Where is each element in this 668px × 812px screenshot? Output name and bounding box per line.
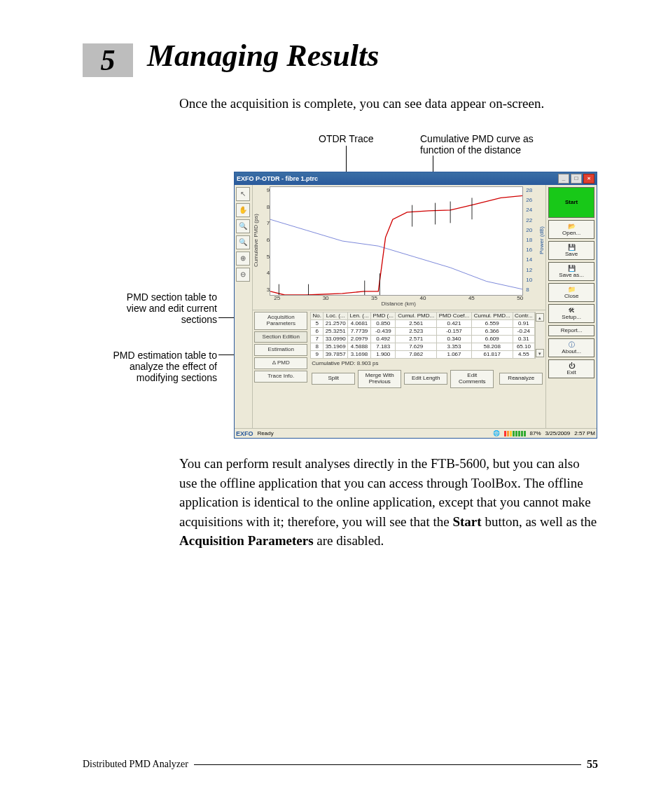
- table-header-row: No.Loc. (...Len. (...PMD (...Cumul. PMD.…: [311, 312, 535, 320]
- exit-button[interactable]: ⏻Exit: [548, 359, 594, 378]
- section-markers: [279, 198, 473, 295]
- zoom-region-icon[interactable]: 🔍: [236, 219, 250, 233]
- annotation-cum-curve-l1: Cumulative PMD curve as: [420, 133, 534, 146]
- y-ticks: 9876543: [260, 185, 270, 296]
- annotation-section-table-l2: view and edit current: [105, 303, 217, 315]
- report-button[interactable]: Report...: [548, 325, 594, 336]
- scroll-down-icon[interactable]: ▾: [536, 349, 544, 357]
- zoom-in-icon[interactable]: ⊕: [236, 252, 250, 266]
- status-date: 3/25/2009: [545, 431, 571, 436]
- status-bar: EXFO Ready 🌐 87% 3/25/2009 2:57 PM: [235, 428, 597, 439]
- chart-plot[interactable]: [270, 186, 523, 296]
- annotation-cum-curve-l2: function of the distance: [420, 144, 521, 157]
- annotation-section-table-l3: sections: [105, 314, 217, 326]
- open-button[interactable]: 📂Open...: [548, 220, 594, 239]
- save-icon: 💾: [567, 244, 576, 251]
- left-toolbar: ↖ ✋ 🔍 🔍 ⊕ ⊖: [235, 185, 253, 428]
- outro-paragraph: You can perform result analyses directly…: [179, 454, 598, 551]
- tab-acquisition-parameters[interactable]: AcquisitionParameters: [254, 312, 307, 330]
- scroll-up-icon[interactable]: ▴: [536, 313, 544, 322]
- start-button[interactable]: Start: [548, 187, 594, 218]
- table-row[interactable]: 521.25704.06810.8502.5610.4216.5590.91: [311, 320, 535, 328]
- vertical-tabs: AcquisitionParameters Section Edition Es…: [253, 310, 309, 428]
- folder-open-icon: 📂: [567, 223, 576, 230]
- table-row[interactable]: 733.09902.09790.4922.5710.3406.6090.31: [311, 336, 535, 343]
- edit-comments-button[interactable]: EditComments: [450, 370, 494, 388]
- tab-section-edition[interactable]: Section Edition: [254, 331, 307, 343]
- maximize-button[interactable]: □: [571, 174, 582, 184]
- footer-doc-title: Distributed PMD Analyzer: [83, 759, 188, 769]
- table-scrollbar[interactable]: ▴ ▾: [535, 312, 544, 359]
- annotation-otdr-trace: OTDR Trace: [319, 133, 374, 146]
- annotation-est-table-l3: modifying sections: [98, 372, 217, 385]
- setup-icon: 🛠: [567, 307, 576, 314]
- table-row[interactable]: 939.78573.16981.9007.8621.06761.8174.55: [311, 351, 535, 359]
- annotation-est-table-l1: PMD estimation table to: [98, 350, 217, 362]
- globe-icon: 🌐: [493, 431, 500, 436]
- window-title: EXFO P-OTDR - fibre 1.ptrc: [237, 176, 318, 182]
- zoom-fit-icon[interactable]: 🔍: [236, 235, 250, 249]
- status-text: Ready: [258, 431, 274, 436]
- about-button[interactable]: ⓘAbout...: [548, 338, 594, 357]
- cum-pmd-line: [270, 195, 522, 295]
- minimize-button[interactable]: _: [558, 174, 569, 184]
- brand-label: EXFO: [236, 431, 253, 437]
- pointer-tool-icon[interactable]: ↖: [236, 187, 250, 201]
- table-row[interactable]: 625.32517.7739-0.4392.523-0.1576.366-0.2…: [311, 328, 535, 336]
- close-file-button[interactable]: 📁Close: [548, 283, 594, 302]
- tab-estimation[interactable]: Estimation: [254, 344, 307, 356]
- status-time: 2:57 PM: [574, 431, 595, 436]
- y2-axis-label: Power (dB): [539, 226, 545, 254]
- split-button[interactable]: Split: [312, 373, 355, 385]
- y-axis-label: Cumulative PMD (ps): [253, 214, 259, 267]
- chart-area: Cumulative PMD (ps) 9876543: [253, 185, 545, 296]
- save-button[interactable]: 💾Save: [548, 241, 594, 260]
- chapter-number-badge: 5: [83, 43, 133, 77]
- reanalyze-button[interactable]: Reanalyze: [499, 373, 543, 385]
- chapter-title: Managing Results: [147, 39, 379, 73]
- page-footer: Distributed PMD Analyzer 55: [83, 759, 598, 770]
- intro-paragraph: Once the acquisition is complete, you ca…: [179, 95, 598, 113]
- info-icon: ⓘ: [567, 341, 576, 348]
- save-as-button[interactable]: 💾Save as...: [548, 262, 594, 281]
- window-titlebar[interactable]: EXFO P-OTDR - fibre 1.ptrc _ □ ×: [235, 172, 597, 185]
- power-icon: ⏻: [567, 362, 576, 369]
- zoom-out-icon[interactable]: ⊖: [236, 268, 250, 282]
- footer-rule: [194, 764, 581, 765]
- folder-icon: 📁: [567, 286, 576, 293]
- edit-length-button[interactable]: Edit Length: [404, 373, 447, 385]
- tab-trace-info[interactable]: Trace Info.: [254, 371, 307, 383]
- battery-percent: 87%: [530, 431, 541, 436]
- section-table-panel: No.Loc. (...Len. (...PMD (...Cumul. PMD.…: [309, 310, 545, 428]
- setup-button[interactable]: 🛠Setup...: [548, 304, 594, 323]
- merge-previous-button[interactable]: Merge WithPrevious: [358, 370, 401, 388]
- x-axis-label: Distance (km): [270, 301, 527, 307]
- cumulative-pmd-readout: Cumulative PMD: 8.903 ps: [310, 359, 544, 369]
- y2-ticks: 282624222018161412108: [524, 185, 538, 296]
- pan-tool-icon[interactable]: ✋: [236, 203, 250, 217]
- table-row[interactable]: 835.19694.58887.1837.6293.35358.20865.10: [311, 343, 535, 351]
- battery-icon: [504, 431, 526, 436]
- otdr-trace-line: [270, 219, 522, 289]
- app-window: EXFO P-OTDR - fibre 1.ptrc _ □ × ↖ ✋ 🔍 🔍…: [234, 172, 597, 439]
- section-table[interactable]: No.Loc. (...Len. (...PMD (...Cumul. PMD.…: [310, 312, 535, 359]
- annotation-section-table-l1: PMD section table to: [105, 291, 217, 304]
- close-button[interactable]: ×: [583, 174, 594, 184]
- tab-delta-pmd[interactable]: Δ PMD: [254, 357, 307, 369]
- annotation-est-table-l2: analyze the effect of: [98, 361, 217, 373]
- page-number: 55: [587, 759, 598, 770]
- save-as-icon: 💾: [567, 265, 576, 272]
- right-button-panel: Start 📂Open... 💾Save 💾Save as... 📁Close …: [545, 185, 597, 428]
